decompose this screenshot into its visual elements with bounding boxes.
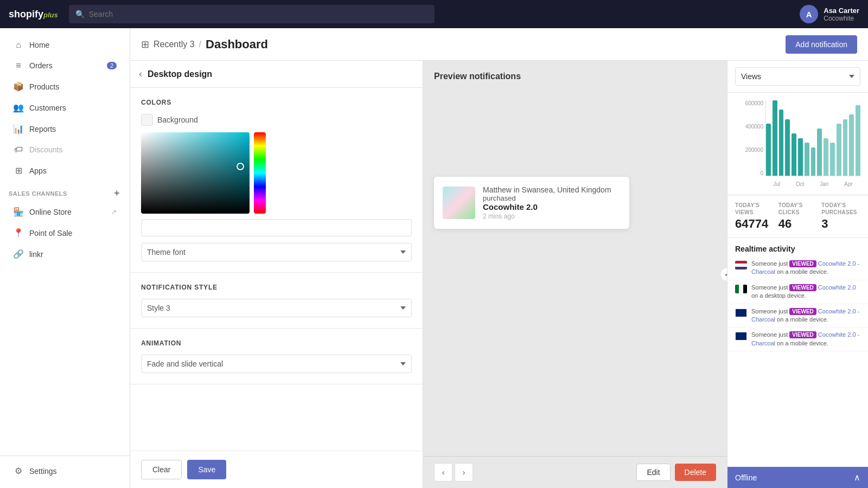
add-notification-button[interactable]: Add notification [786,35,857,54]
chart-bar-11 [837,124,841,176]
stat-views: TODAY'SVIEWS 64774 [735,202,774,231]
panel-footer: Clear Save [130,451,423,488]
viewed-badge-1: VIEWED [789,284,816,291]
breadcrumb-icon: ⊞ [141,38,149,50]
x-label-jul: Jul [773,181,780,187]
sidebar-item-customers[interactable]: 👥 Customers [4,98,125,118]
clear-button[interactable]: Clear [141,460,182,479]
viewed-badge-3: VIEWED [789,331,816,338]
x-label-jan: Jan [820,181,828,187]
notification-card: Matthew in Swansea, United Kingdom purch… [434,177,629,229]
realtime-item-0: Someone just VIEWED Cocowhite 2.0 - Char… [727,256,868,280]
sidebar-item-orders[interactable]: ≡ Orders 2 [4,56,125,75]
preview-nav: ‹ › Edit Delete [423,456,727,488]
content-area: ⊞ Recently 3 / Dashboard Add notificatio… [130,28,868,488]
views-select[interactable]: Views [735,67,860,86]
notification-name: Matthew in Swansea, United Kingdom [483,185,611,194]
sidebar-item-apps[interactable]: ⊞ Apps [4,160,125,181]
sales-channels-label: SALES CHANNELS [9,190,67,197]
flag-gb-1 [735,332,747,341]
realtime-text-2: Someone just VIEWED Cocowhite 2.0 - Char… [751,307,860,324]
sidebar-item-home[interactable]: ⌂ Home [4,35,125,55]
sidebar-item-online-store[interactable]: 🏪 Online Store ↗ [4,202,125,222]
x-label-oct: Oct [796,181,805,187]
stat-views-value: 64774 [735,217,774,231]
chart-bar-5 [798,138,803,176]
sidebar-item-point-of-sale[interactable]: 📍 Point of Sale [4,223,125,243]
edit-button[interactable]: Edit [636,464,670,481]
realtime-text-0: Someone just VIEWED Cocowhite 2.0 - Char… [751,260,860,277]
y-label-1: 400000 [745,124,763,130]
realtime-title: Realtime activity [727,238,868,256]
search-bar[interactable]: 🔍 [69,5,435,23]
search-input[interactable] [89,10,428,18]
sidebar-item-reports[interactable]: 📊 Reports [4,119,125,139]
offline-bar[interactable]: Offline ∧ [727,467,868,488]
sidebar-item-discounts[interactable]: 🏷 Discounts [4,140,125,159]
left-panel: ‹ Desktop design COLORS Background [130,61,423,488]
sidebar-item-linkr[interactable]: 🔗 linkr [4,244,125,264]
y-label-3: 0 [760,170,763,176]
stats-row: TODAY'SVIEWS 64774 TODAY'SCLICKS 46 TODA… [727,195,868,238]
color-swatch[interactable] [141,114,153,126]
flag-gb-0 [735,309,747,317]
page-header: ⊞ Recently 3 / Dashboard Add notificatio… [130,28,868,61]
color-cursor [237,163,244,170]
settings-icon: ⚙ [13,466,24,476]
apps-icon: ⊞ [13,165,24,176]
user-text: Asa Carter Cocowhite [824,7,859,22]
stat-clicks-value: 46 [778,217,818,231]
flag-ae [735,285,747,293]
preview-title: Preview notifications [434,72,521,81]
preview-actions: Edit Delete [636,464,716,481]
next-button[interactable]: › [455,463,473,481]
stat-purchases-label: TODAY'SPURCHASES [821,202,860,216]
hex-input[interactable]: #ffffff [141,219,412,236]
hex-input-area: #ffffff [141,219,412,236]
chart-bar-8 [817,129,822,176]
animation-label: ANIMATION [141,339,412,347]
sidebar-label-apps: Apps [29,166,47,175]
back-button[interactable]: ‹ [139,68,142,80]
animation-select[interactable]: Fade and slide vertical Fade Slide horiz… [141,355,412,373]
sidebar-label-settings: Settings [29,467,57,476]
user-store: Cocowhite [824,15,859,22]
sidebar-label-online-store: Online Store [29,208,72,216]
chart-bar-14 [856,105,860,176]
sidebar-label-pos: Point of Sale [29,229,72,237]
notification-style-section: NOTIFICATION STYLE Style 3 Style 1 Style… [130,273,423,329]
orders-icon: ≡ [13,61,24,70]
background-label: Background [141,114,412,126]
save-button[interactable]: Save [187,460,226,479]
font-select[interactable]: Theme font Arial Helvetica [141,243,412,261]
realtime-link-1[interactable]: Cocowhite 2.0 [818,284,856,291]
right-panel: Views 600000 400000 200000 0 [727,61,868,488]
prev-button[interactable]: ‹ [434,463,452,481]
flag-us [735,261,747,269]
offline-chevron-icon: ∧ [854,472,860,483]
style-select[interactable]: Style 3 Style 1 Style 2 Style 4 [141,299,412,317]
sidebar: ⌂ Home ≡ Orders 2 📦 Products 👥 Customers… [0,28,130,488]
viewed-badge-2: VIEWED [789,308,816,315]
hue-slider[interactable] [254,132,266,214]
linkr-icon: 🔗 [13,249,24,259]
sidebar-label-orders: Orders [29,61,53,70]
gradient-brightness [141,132,250,214]
sidebar-item-settings[interactable]: ⚙ Settings [4,461,125,481]
sidebar-item-products[interactable]: 📦 Products [4,76,125,97]
settings-section: ⚙ Settings [0,455,130,481]
notification-style-label: NOTIFICATION STYLE [141,284,412,291]
stat-purchases: TODAY'SPURCHASES 3 [821,202,860,231]
customers-icon: 👥 [13,102,24,113]
pos-icon: 📍 [13,228,24,238]
notification-product: Cocowhite 2.0 [483,202,611,211]
color-picker-area[interactable] [141,132,412,214]
panel-header: ‹ Desktop design [130,61,423,88]
delete-button[interactable]: Delete [675,464,716,481]
add-channel-icon[interactable]: ＋ [112,188,122,199]
stat-purchases-value: 3 [821,217,860,231]
sidebar-label-reports: Reports [29,125,56,133]
y-label-2: 200000 [745,147,763,153]
breadcrumb-section: Recently 3 [154,40,195,49]
discounts-icon: 🏷 [13,145,24,155]
